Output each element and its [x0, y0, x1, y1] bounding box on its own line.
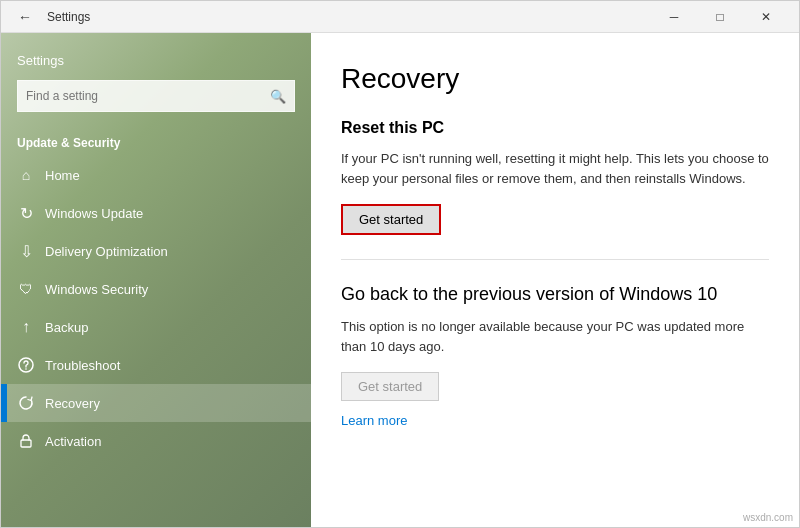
sidebar: Settings 🔍 Update & Security ⌂ Home ↻ Wi… [1, 33, 311, 527]
recovery-icon [17, 394, 35, 412]
sidebar-item-windows-update[interactable]: ↻ Windows Update [1, 194, 311, 232]
sidebar-item-activation[interactable]: Activation [1, 422, 311, 460]
titlebar: ← Settings ─ □ ✕ [1, 1, 799, 33]
go-back-section-title: Go back to the previous version of Windo… [341, 284, 769, 305]
sidebar-item-troubleshoot[interactable]: Troubleshoot [1, 346, 311, 384]
reset-get-started-button[interactable]: Get started [341, 204, 441, 235]
home-icon: ⌂ [17, 166, 35, 184]
troubleshoot-icon [17, 356, 35, 374]
back-button[interactable]: ← [11, 3, 39, 31]
sidebar-item-recovery[interactable]: Recovery [1, 384, 311, 422]
delivery-optimization-icon: ⇩ [17, 242, 35, 260]
maximize-button[interactable]: □ [697, 1, 743, 33]
sidebar-item-home[interactable]: ⌂ Home [1, 156, 311, 194]
window-title: Settings [47, 10, 651, 24]
search-box[interactable]: 🔍 [17, 80, 295, 112]
sidebar-item-delivery-optimization[interactable]: ⇩ Delivery Optimization [1, 232, 311, 270]
sidebar-app-title: Settings [17, 53, 295, 68]
activation-icon [17, 432, 35, 450]
windows-security-icon: 🛡 [17, 280, 35, 298]
reset-section-desc: If your PC isn't running well, resetting… [341, 149, 769, 188]
window: ← Settings ─ □ ✕ Settings 🔍 Update & Sec… [0, 0, 800, 528]
go-back-section: Go back to the previous version of Windo… [341, 284, 769, 401]
sidebar-item-backup-label: Backup [45, 320, 88, 335]
reset-section-title: Reset this PC [341, 119, 769, 137]
go-back-get-started-button: Get started [341, 372, 439, 401]
sidebar-item-windows-security[interactable]: 🛡 Windows Security [1, 270, 311, 308]
sidebar-item-home-label: Home [45, 168, 80, 183]
main-panel: Recovery Reset this PC If your PC isn't … [311, 33, 799, 527]
sidebar-item-recovery-label: Recovery [45, 396, 100, 411]
minimize-button[interactable]: ─ [651, 1, 697, 33]
search-input[interactable] [26, 89, 270, 103]
sidebar-header: Settings 🔍 [1, 33, 311, 124]
svg-rect-2 [21, 440, 31, 447]
sidebar-section-title: Update & Security [1, 124, 311, 156]
svg-point-1 [25, 368, 27, 370]
backup-icon: ↑ [17, 318, 35, 336]
search-icon: 🔍 [270, 89, 286, 104]
content-area: Settings 🔍 Update & Security ⌂ Home ↻ Wi… [1, 33, 799, 527]
section-divider [341, 259, 769, 260]
page-title: Recovery [341, 63, 769, 95]
sidebar-item-delivery-optimization-label: Delivery Optimization [45, 244, 168, 259]
window-controls: ─ □ ✕ [651, 1, 789, 33]
back-icon: ← [18, 9, 32, 25]
watermark: wsxdn.com [743, 512, 793, 523]
windows-update-icon: ↻ [17, 204, 35, 222]
sidebar-item-activation-label: Activation [45, 434, 101, 449]
close-button[interactable]: ✕ [743, 1, 789, 33]
sidebar-item-windows-security-label: Windows Security [45, 282, 148, 297]
sidebar-nav: ⌂ Home ↻ Windows Update ⇩ Delivery Optim… [1, 156, 311, 460]
go-back-section-desc: This option is no longer available becau… [341, 317, 769, 356]
sidebar-item-backup[interactable]: ↑ Backup [1, 308, 311, 346]
sidebar-item-windows-update-label: Windows Update [45, 206, 143, 221]
learn-more-link[interactable]: Learn more [341, 413, 407, 428]
reset-section: Reset this PC If your PC isn't running w… [341, 119, 769, 235]
sidebar-item-troubleshoot-label: Troubleshoot [45, 358, 120, 373]
